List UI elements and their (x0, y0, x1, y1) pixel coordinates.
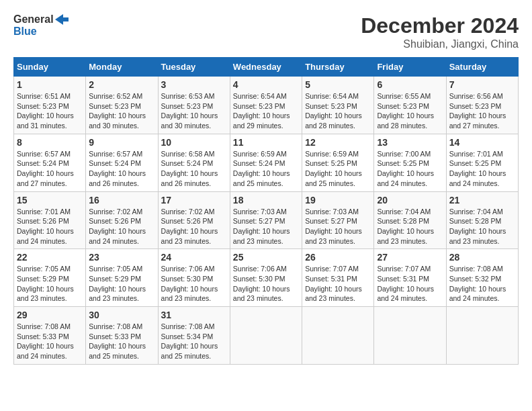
day-info: Sunrise: 7:04 AM Sunset: 5:28 PM Dayligh… (449, 207, 515, 246)
day-info: Sunrise: 7:04 AM Sunset: 5:28 PM Dayligh… (377, 207, 443, 246)
calendar-day: 18Sunrise: 7:03 AM Sunset: 5:27 PM Dayli… (230, 191, 302, 249)
calendar-day: 22Sunrise: 7:05 AM Sunset: 5:29 PM Dayli… (14, 249, 86, 307)
calendar-day (446, 307, 518, 365)
header: General Blue December 2024 Shuibian, Jia… (13, 13, 519, 50)
calendar-day: 15Sunrise: 7:01 AM Sunset: 5:26 PM Dayli… (14, 191, 86, 249)
day-info: Sunrise: 6:54 AM Sunset: 5:23 PM Dayligh… (305, 91, 371, 131)
calendar-day: 1Sunrise: 6:51 AM Sunset: 5:23 PM Daylig… (14, 77, 86, 134)
day-number: 1 (17, 79, 83, 90)
calendar-subtitle: Shuibian, Jiangxi, China (361, 38, 519, 50)
logo-text: General Blue (13, 13, 69, 37)
col-friday: Friday (374, 58, 446, 77)
day-info: Sunrise: 6:54 AM Sunset: 5:23 PM Dayligh… (233, 91, 299, 131)
day-info: Sunrise: 7:01 AM Sunset: 5:26 PM Dayligh… (17, 207, 83, 246)
day-info: Sunrise: 6:57 AM Sunset: 5:24 PM Dayligh… (17, 149, 83, 189)
title-area: December 2024 Shuibian, Jiangxi, China (361, 13, 519, 50)
day-number: 24 (161, 252, 227, 263)
calendar-day: 20Sunrise: 7:04 AM Sunset: 5:28 PM Dayli… (374, 191, 446, 249)
day-number: 6 (377, 79, 443, 90)
calendar-day: 8Sunrise: 6:57 AM Sunset: 5:24 PM Daylig… (14, 134, 86, 191)
calendar-day: 26Sunrise: 7:07 AM Sunset: 5:31 PM Dayli… (302, 249, 374, 307)
calendar-day: 21Sunrise: 7:04 AM Sunset: 5:28 PM Dayli… (446, 191, 518, 249)
header-row: Sunday Monday Tuesday Wednesday Thursday… (14, 58, 519, 77)
day-number: 30 (89, 310, 154, 320)
day-number: 28 (449, 252, 515, 263)
calendar-day: 5Sunrise: 6:54 AM Sunset: 5:23 PM Daylig… (302, 77, 374, 134)
day-number: 23 (89, 252, 154, 263)
calendar-day: 19Sunrise: 7:03 AM Sunset: 5:27 PM Dayli… (302, 191, 374, 249)
day-number: 4 (233, 79, 299, 90)
day-info: Sunrise: 7:05 AM Sunset: 5:29 PM Dayligh… (17, 264, 83, 304)
calendar-day: 17Sunrise: 7:02 AM Sunset: 5:26 PM Dayli… (158, 191, 230, 249)
day-info: Sunrise: 7:02 AM Sunset: 5:26 PM Dayligh… (161, 207, 227, 246)
day-number: 2 (89, 79, 154, 90)
day-number: 15 (17, 195, 83, 205)
day-number: 7 (449, 79, 515, 90)
calendar-day: 30Sunrise: 7:08 AM Sunset: 5:33 PM Dayli… (86, 307, 158, 365)
day-info: Sunrise: 7:05 AM Sunset: 5:29 PM Dayligh… (89, 264, 154, 304)
logo: General Blue (13, 13, 69, 37)
day-info: Sunrise: 6:55 AM Sunset: 5:23 PM Dayligh… (377, 91, 443, 131)
day-number: 18 (233, 195, 299, 205)
calendar-day: 13Sunrise: 7:00 AM Sunset: 5:25 PM Dayli… (374, 134, 446, 191)
day-info: Sunrise: 6:53 AM Sunset: 5:23 PM Dayligh… (161, 91, 227, 131)
day-info: Sunrise: 6:57 AM Sunset: 5:24 PM Dayligh… (89, 149, 154, 189)
day-info: Sunrise: 7:02 AM Sunset: 5:26 PM Dayligh… (89, 207, 154, 246)
day-number: 13 (377, 137, 443, 148)
calendar-day: 27Sunrise: 7:07 AM Sunset: 5:31 PM Dayli… (374, 249, 446, 307)
day-number: 26 (305, 252, 371, 263)
day-info: Sunrise: 7:08 AM Sunset: 5:33 PM Dayligh… (17, 322, 83, 361)
calendar-week-row: 1Sunrise: 6:51 AM Sunset: 5:23 PM Daylig… (14, 77, 519, 134)
calendar-day: 7Sunrise: 6:56 AM Sunset: 5:23 PM Daylig… (446, 77, 518, 134)
day-info: Sunrise: 7:08 AM Sunset: 5:33 PM Dayligh… (89, 322, 154, 361)
col-wednesday: Wednesday (230, 58, 302, 77)
day-number: 14 (449, 137, 515, 148)
calendar-day: 16Sunrise: 7:02 AM Sunset: 5:26 PM Dayli… (86, 191, 158, 249)
calendar-week-row: 15Sunrise: 7:01 AM Sunset: 5:26 PM Dayli… (14, 191, 519, 249)
day-number: 3 (161, 79, 227, 90)
calendar-day: 25Sunrise: 7:06 AM Sunset: 5:30 PM Dayli… (230, 249, 302, 307)
calendar-table: Sunday Monday Tuesday Wednesday Thursday… (13, 57, 519, 365)
calendar-week-row: 29Sunrise: 7:08 AM Sunset: 5:33 PM Dayli… (14, 307, 519, 365)
day-number: 29 (17, 310, 83, 320)
day-number: 21 (449, 195, 515, 205)
day-info: Sunrise: 6:58 AM Sunset: 5:24 PM Dayligh… (161, 149, 227, 189)
calendar-day: 29Sunrise: 7:08 AM Sunset: 5:33 PM Dayli… (14, 307, 86, 365)
day-info: Sunrise: 7:06 AM Sunset: 5:30 PM Dayligh… (233, 264, 299, 304)
calendar-week-row: 8Sunrise: 6:57 AM Sunset: 5:24 PM Daylig… (14, 134, 519, 191)
calendar-day: 31Sunrise: 7:08 AM Sunset: 5:34 PM Dayli… (158, 307, 230, 365)
day-info: Sunrise: 6:59 AM Sunset: 5:24 PM Dayligh… (233, 149, 299, 189)
calendar-day: 12Sunrise: 6:59 AM Sunset: 5:25 PM Dayli… (302, 134, 374, 191)
calendar-day: 11Sunrise: 6:59 AM Sunset: 5:24 PM Dayli… (230, 134, 302, 191)
day-number: 10 (161, 137, 227, 148)
day-number: 9 (89, 137, 154, 148)
day-info: Sunrise: 7:08 AM Sunset: 5:34 PM Dayligh… (161, 322, 227, 361)
day-number: 12 (305, 137, 371, 148)
calendar-title: December 2024 (361, 13, 519, 38)
col-sunday: Sunday (14, 58, 86, 77)
day-number: 16 (89, 195, 154, 205)
day-info: Sunrise: 7:03 AM Sunset: 5:27 PM Dayligh… (233, 207, 299, 246)
calendar-day: 23Sunrise: 7:05 AM Sunset: 5:29 PM Dayli… (86, 249, 158, 307)
day-number: 8 (17, 137, 83, 148)
calendar-day: 14Sunrise: 7:01 AM Sunset: 5:25 PM Dayli… (446, 134, 518, 191)
calendar-day: 6Sunrise: 6:55 AM Sunset: 5:23 PM Daylig… (374, 77, 446, 134)
calendar-day: 28Sunrise: 7:08 AM Sunset: 5:32 PM Dayli… (446, 249, 518, 307)
day-info: Sunrise: 7:07 AM Sunset: 5:31 PM Dayligh… (305, 264, 371, 304)
calendar-day: 10Sunrise: 6:58 AM Sunset: 5:24 PM Dayli… (158, 134, 230, 191)
day-number: 22 (17, 252, 83, 263)
calendar-day: 3Sunrise: 6:53 AM Sunset: 5:23 PM Daylig… (158, 77, 230, 134)
day-info: Sunrise: 7:06 AM Sunset: 5:30 PM Dayligh… (161, 264, 227, 304)
day-info: Sunrise: 6:51 AM Sunset: 5:23 PM Dayligh… (17, 91, 83, 131)
day-number: 20 (377, 195, 443, 205)
day-number: 25 (233, 252, 299, 263)
day-info: Sunrise: 7:03 AM Sunset: 5:27 PM Dayligh… (305, 207, 371, 246)
calendar-day: 2Sunrise: 6:52 AM Sunset: 5:23 PM Daylig… (86, 77, 158, 134)
svg-marker-0 (55, 14, 69, 25)
calendar-week-row: 22Sunrise: 7:05 AM Sunset: 5:29 PM Dayli… (14, 249, 519, 307)
calendar-day (230, 307, 302, 365)
day-number: 19 (305, 195, 371, 205)
calendar-day: 4Sunrise: 6:54 AM Sunset: 5:23 PM Daylig… (230, 77, 302, 134)
day-info: Sunrise: 7:08 AM Sunset: 5:32 PM Dayligh… (449, 264, 515, 304)
day-number: 31 (161, 310, 227, 320)
